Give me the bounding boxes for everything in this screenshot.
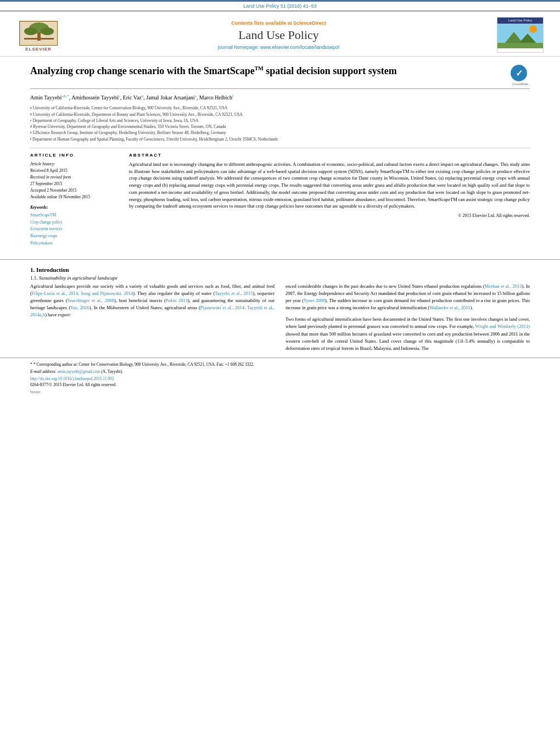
affiliation-d: d Ryerson University, Department of Geog… (30, 124, 530, 130)
crossmark[interactable]: ✓ CrossMark (511, 65, 530, 84)
elsevier-logo-image (19, 21, 58, 46)
contents-available: Contents lists available at ScienceDirec… (60, 20, 497, 26)
journal-title-header: Land Use Policy (60, 28, 497, 42)
body-right-text: enced considerable changes in the past d… (285, 283, 530, 312)
abstract-heading: ABSTRACT (129, 153, 530, 158)
crossmark-icon[interactable]: ✓ (511, 65, 527, 81)
abstract-text: Agricultural land use is increasingly ch… (129, 161, 530, 210)
right-col-abstract: ABSTRACT Agricultural land use is increa… (129, 153, 530, 247)
keywords-title: Keywords: (30, 205, 121, 210)
house-label: house (30, 389, 530, 394)
footer: * * Corresponding author at: Center for … (0, 358, 560, 397)
article-info-heading: ARTICLE INFO (30, 153, 121, 158)
svg-rect-5 (24, 38, 54, 40)
body-left-col: Agricultural landscapes provide our soci… (30, 283, 275, 353)
copyright-line: © 2015 Elsevier Ltd. All rights reserved… (129, 213, 530, 218)
svg-rect-11 (497, 43, 544, 48)
body-content: 1. Introduction 1.1. Sustainability in a… (0, 266, 560, 353)
journal-header: ELSEVIER Contents lists available at Sci… (0, 12, 560, 57)
article-title-section: Analyzing crop change scenario with the … (30, 65, 530, 89)
keyword-4: Bioenergy crops (30, 233, 121, 240)
crossmark-label: CrossMark (511, 82, 530, 86)
journal-logo-right: Land Use Policy (497, 17, 544, 53)
revised-date: 27 September 2015 (30, 181, 121, 187)
section-1-number: 1. Introduction (30, 266, 530, 273)
received-revised-label: Received in revised form (30, 174, 121, 181)
article-title-text: Analyzing crop change scenario with the … (30, 65, 505, 77)
journal-homepage: journal homepage: www.elsevier.com/locat… (60, 44, 497, 50)
body-left-text: Agricultural landscapes provide our soci… (30, 283, 275, 319)
article-content: Analyzing crop change scenario with the … (0, 57, 560, 253)
svg-point-3 (24, 27, 37, 35)
footer-email: E-mail address: amin.tayyebi@gmail.com (… (30, 369, 530, 375)
keywords-block: Keywords: SmartScapeTM Crop change polic… (30, 205, 121, 247)
journal-ref: Land Use Policy 51 (2016) 41–53 (0, 2, 560, 12)
journal-logo-title: Land Use Policy (497, 18, 543, 24)
journal-logo-image (497, 24, 543, 48)
footer-doi: http://dx.doi.org/10.1016/j.landusepol.2… (30, 376, 530, 381)
affiliation-b: b University of California-Riverside, De… (30, 111, 530, 118)
two-col-info-abstract: ARTICLE INFO Article history: Received 8… (30, 148, 530, 247)
elsevier-logo: ELSEVIER (16, 19, 60, 52)
footer-copyright: 0264-8377/© 2015 Elsevier Ltd. All right… (30, 382, 530, 387)
affiliations: a University of California-Riverside, Ce… (30, 105, 530, 142)
body-right-text-2: Two forms of agricultural intensificatio… (285, 316, 530, 352)
author-eric: Eric Vaz (123, 94, 142, 101)
received-date: Received 8 April 2015 (30, 168, 121, 174)
left-col-article-info: ARTICLE INFO Article history: Received 8… (30, 153, 121, 247)
body-two-col: Agricultural landscapes provide our soci… (30, 283, 530, 353)
keyword-1: SmartScapeTM (30, 212, 121, 219)
article-title: Analyzing crop change scenario with the … (30, 65, 505, 77)
keyword-2: Crop change policy (30, 219, 121, 226)
affiliation-e: e GIScience Research Group, Institute of… (30, 130, 530, 136)
full-divider (0, 259, 560, 260)
footer-corresponding-note: * * Corresponding author at: Center for … (30, 361, 530, 368)
journal-center: Contents lists available at ScienceDirec… (60, 20, 497, 50)
affiliation-f: f Department of Human Geography and Spat… (30, 136, 530, 142)
affiliation-c: c Department of Geography, College of Li… (30, 118, 530, 124)
author-marco: Marco Helbich (199, 94, 232, 101)
available-online: Available online 19 November 2015 (30, 194, 121, 200)
authors: Amin Tayyebia,b,*, Amirhossein Tayyebic,… (30, 93, 530, 102)
svg-point-4 (41, 27, 54, 35)
elsevier-label: ELSEVIER (25, 47, 52, 52)
author-amirhossein: Amirhossein Tayyebi (71, 94, 119, 101)
subsection-1-1-title: 1.1. Sustainability in agricultural land… (30, 275, 530, 281)
affiliation-a: a University of California-Riverside, Ce… (30, 105, 530, 111)
accepted-date: Accepted 2 November 2015 (30, 187, 121, 194)
author-jamal: Jamal Jokar Arsanjani (146, 94, 194, 101)
body-right-col: enced considerable changes in the past d… (285, 283, 530, 353)
author-amin: Amin Tayyebi (30, 94, 61, 101)
keyword-3: Ecosystem services (30, 226, 121, 233)
svg-point-10 (529, 25, 537, 33)
article-history-block: Article history: Received 8 April 2015 R… (30, 161, 121, 200)
page: Land Use Policy 51 (2016) 41–53 ELSEVIER (0, 0, 560, 742)
keyword-5: Policymakers (30, 240, 121, 247)
article-history-label: Article history: (30, 161, 121, 168)
